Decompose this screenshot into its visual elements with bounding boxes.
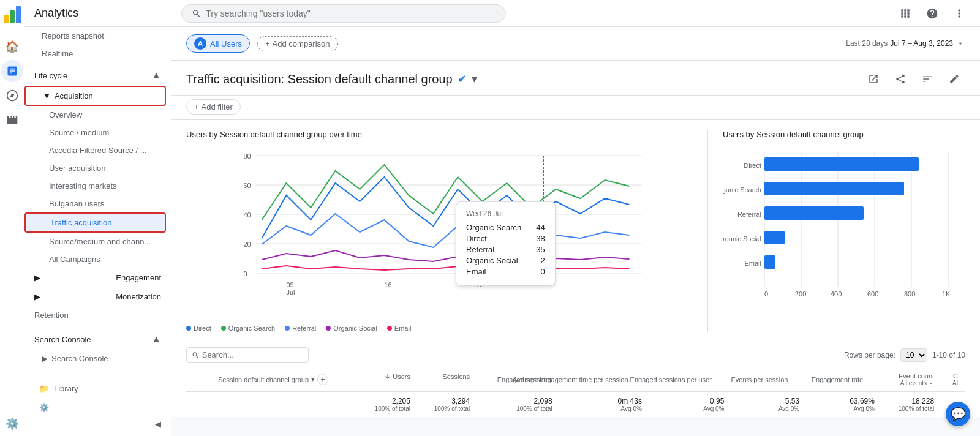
nav-item-retention[interactable]: Retention xyxy=(24,306,171,324)
date-range-value: Jul 7 – Aug 3, 2023 xyxy=(890,39,953,48)
totals-rate-pct: Avg 0% xyxy=(814,405,875,412)
event-count-col-selector[interactable]: All events xyxy=(900,380,934,386)
nav-item-reports-snapshot[interactable]: Reports snapshot xyxy=(24,27,171,45)
table-header-events-per-session[interactable]: Events per session xyxy=(731,367,807,392)
svg-text:60: 60 xyxy=(244,182,251,189)
chat-fab[interactable]: 💬 xyxy=(946,402,970,426)
more-vert-icon[interactable] xyxy=(948,2,970,24)
event-count-col-label: Event count xyxy=(899,372,934,380)
nav-footer-library[interactable]: 📁 Library xyxy=(24,379,171,398)
engagement-expand: ▶ xyxy=(34,273,40,282)
table-header-engaged-per-user[interactable]: Engaged sessions per user xyxy=(649,367,732,392)
table-header-event-count[interactable]: Event count All events xyxy=(882,367,941,392)
svg-rect-38 xyxy=(764,231,785,244)
date-range[interactable]: Last 28 days Jul 7 – Aug 3, 2023 xyxy=(846,39,965,48)
pagination-label: 1-10 of 10 xyxy=(932,351,965,359)
nav-sub-item-bulgarian-users[interactable]: Bulgarian users xyxy=(24,195,171,212)
nav-sub-item-source-medium-chan[interactable]: Source/medium and chann... xyxy=(24,233,171,250)
tooltip-referral-label: Referral xyxy=(466,245,494,254)
totals-engaged-pct: 100% of total xyxy=(484,405,552,412)
nav-item-search-console[interactable]: ▶ Search Console xyxy=(24,350,171,367)
nav-sub-item-traffic-acquisition[interactable]: Traffic acquisition xyxy=(24,212,166,233)
tooltip-date: Wed 26 Jul xyxy=(466,209,545,218)
nav-sub-item-all-campaigns[interactable]: All Campaigns xyxy=(24,250,171,268)
report-header: Traffic acquisition: Session default cha… xyxy=(172,61,980,96)
add-filter-button[interactable]: + Add filter xyxy=(186,99,241,115)
nav-sub-item-user-acquisition[interactable]: User acquisition xyxy=(24,159,171,177)
legend-label-email: Email xyxy=(394,325,412,332)
apps-icon[interactable] xyxy=(894,2,916,24)
add-comparison-button[interactable]: + Add comparison xyxy=(257,36,338,51)
totals-engagement-rate-value: 63.69% xyxy=(814,397,875,405)
nav-sub-item-source-medium[interactable]: Source / medium xyxy=(24,124,171,141)
events-per-session-col-label: Events per session xyxy=(731,376,788,383)
table-header-col9[interactable]: C Al xyxy=(941,367,965,392)
search-console-label: Search Console xyxy=(34,335,91,344)
nav-sub-item-overview[interactable]: Overview xyxy=(24,106,171,124)
settings-icon[interactable]: ⚙️ xyxy=(1,413,23,435)
svg-text:Direct: Direct xyxy=(744,162,761,169)
event-count-dropdown-icon[interactable] xyxy=(928,380,934,386)
svg-text:09: 09 xyxy=(287,281,294,288)
totals-avg-pct: Avg 0% xyxy=(567,405,642,412)
table-header-sessions[interactable]: Sessions ___________ xyxy=(418,367,477,392)
rows-per-page-select[interactable]: 10 25 50 xyxy=(900,348,927,362)
filter-bar: + Add filter xyxy=(172,96,980,120)
table-search[interactable] xyxy=(186,347,309,363)
dimension-col-dropdown-icon[interactable]: ▾ xyxy=(311,375,315,383)
bar-chart-container: Users by Session default channel group 0… xyxy=(708,130,965,332)
table-header-dimension[interactable]: Session default channel group ▾ + xyxy=(211,367,358,392)
tooltip-organic-social-value: 2 xyxy=(541,256,545,265)
nav-sub-item-accedia[interactable]: Accedia Filtered Source / ... xyxy=(24,141,171,159)
lifecycle-label: Life cycle xyxy=(34,71,67,80)
all-users-chip[interactable]: A All Users xyxy=(186,34,250,53)
library-folder-icon: 📁 xyxy=(39,384,49,393)
legend-label-referral: Referral xyxy=(292,325,316,332)
top-bar-icons xyxy=(894,2,970,24)
collapse-icon: ◀ xyxy=(155,419,161,429)
nav-item-acquisition[interactable]: ▼ Acquisition xyxy=(24,86,166,106)
nav-item-realtime[interactable]: Realtime xyxy=(24,45,171,62)
table-search-input[interactable] xyxy=(202,350,303,359)
icon-sidebar: 🏠 ⚙️ xyxy=(0,0,24,436)
search-input[interactable] xyxy=(206,9,496,18)
svg-text:16: 16 xyxy=(385,281,392,288)
nav-item-monetization-header[interactable]: ▶ Monetization xyxy=(24,287,171,306)
charts-area: Users by Session default channel group o… xyxy=(172,120,980,342)
table-header-users[interactable]: Users ___________ xyxy=(358,367,418,392)
legend-label-organic-social: Organic Social xyxy=(333,325,377,332)
report-dropdown-icon[interactable]: ▾ xyxy=(472,72,477,86)
share-icon[interactable] xyxy=(889,68,911,90)
date-range-dropdown-icon xyxy=(956,39,965,48)
home-icon[interactable]: 🏠 xyxy=(1,36,23,58)
compare-icon[interactable] xyxy=(916,68,938,90)
page-header: A All Users + Add comparison Last 28 day… xyxy=(172,27,980,61)
table-totals-row: 2,205 100% of total 3,294 100% of total … xyxy=(186,392,965,418)
table-header-engagement-rate[interactable]: Engagement rate xyxy=(807,367,882,392)
table-play-col xyxy=(186,367,211,392)
nav-section-header-lifecycle[interactable]: Life cycle ▲ xyxy=(24,65,171,86)
nav-item-engagement-header[interactable]: ▶ Engagement xyxy=(24,268,171,287)
add-filter-plus-icon: + xyxy=(194,102,199,111)
search-box[interactable] xyxy=(181,4,506,23)
open-report-icon[interactable] xyxy=(862,68,884,90)
help-icon[interactable] xyxy=(921,2,943,24)
nav-sub-item-interesting-markets[interactable]: Interesting markets xyxy=(24,177,171,195)
svg-text:Organic Search: Organic Search xyxy=(723,186,761,194)
reports-icon[interactable] xyxy=(1,60,23,82)
totals-engaged-cell: 2,098 100% of total xyxy=(477,392,559,418)
totals-dimension-cell xyxy=(211,392,358,418)
tooltip-organic-search-label: Organic Search xyxy=(466,223,521,232)
legend-dot-direct xyxy=(186,326,191,331)
advertising-icon[interactable] xyxy=(1,109,23,131)
nav-header: Analytics xyxy=(24,0,171,27)
edit-icon[interactable] xyxy=(943,68,965,90)
nav-section-header-search-console[interactable]: Search Console ▲ xyxy=(24,329,171,350)
add-dimension-btn[interactable]: + xyxy=(317,374,328,385)
nav-footer-settings[interactable]: ⚙️ xyxy=(24,398,171,417)
explore-icon[interactable] xyxy=(1,85,23,107)
totals-users-value: 2,205 xyxy=(366,397,410,405)
sidebar-collapse-btn[interactable]: ◀ xyxy=(24,417,171,431)
all-events-label: All events xyxy=(900,380,927,386)
totals-sessions-value: 3,294 xyxy=(425,397,470,405)
